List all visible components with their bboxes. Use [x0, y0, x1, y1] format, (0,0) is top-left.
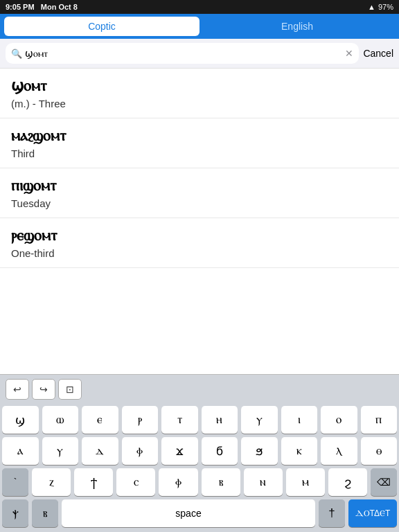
results-list: ϣⲟⲙⲧ (m.) - Three ⲙⲁϩϣⲟⲙⲧ Third ⲡⲓϣⲟⲙⲧ T…	[0, 69, 399, 398]
english-definition: Third	[11, 148, 388, 159]
key-ti[interactable]: ϯ	[74, 468, 113, 496]
key-omega[interactable]: ⲱ	[42, 406, 79, 434]
status-bar: 9:05 PM Mon Oct 8 ▲ 97%	[0, 0, 399, 14]
status-time-date: 9:05 PM Mon Oct 8	[6, 3, 78, 11]
key-pi[interactable]: ⲡ	[361, 406, 398, 434]
coptic-word: ϣⲟⲙⲧ	[11, 77, 388, 95]
key-eta[interactable]: ⲏ	[202, 406, 238, 434]
key-beta[interactable]: ⲃ	[202, 468, 240, 496]
key-djandja[interactable]: ϫ	[161, 437, 198, 465]
english-definition: One-third	[11, 247, 388, 259]
battery-text: 97%	[378, 3, 393, 11]
key-ro[interactable]: ⲣ	[122, 406, 159, 434]
key-psai[interactable]: ⲯ	[2, 499, 28, 527]
status-icons: ▲ 97%	[368, 3, 393, 11]
key-row-3: ` ⲍ ϯ ⲥ ⲫ ⲃ ⲛ ⲙ ϩ ⌫	[2, 468, 397, 496]
key-khai[interactable]: ϧ	[241, 437, 278, 465]
tab-coptic[interactable]: Coptic	[4, 17, 200, 36]
list-item[interactable]: ⲣⲉϣⲟⲙⲧ One-third	[0, 218, 399, 268]
status-time: 9:05 PM	[6, 3, 35, 11]
keyboard-rows: ϣ ⲱ ⲉ ⲣ ⲧ ⲏ ⲩ ⲓ ⲟ ⲡ ⲁ ⲩ ⲇ ⲫ ϫ ϭ ϧ ⲕ ⲗ ⲑ …	[0, 403, 399, 532]
tab-english[interactable]: English	[200, 17, 395, 36]
key-row-4: ⲯ ⲃ space † ⲆⲞΤΔⲈΤ	[2, 499, 397, 527]
search-bar: 🔍 ✕ Cancel	[0, 39, 399, 69]
key-zeta[interactable]: ⲍ	[32, 468, 71, 496]
key-upsilon[interactable]: ⲩ	[241, 406, 278, 434]
search-field-container: 🔍 ✕	[6, 43, 359, 64]
accept-key[interactable]: ⲆⲞΤΔⲈΤ	[348, 499, 397, 527]
wifi-icon: ▲	[368, 3, 375, 11]
key-alpha[interactable]: ⲁ	[2, 437, 39, 465]
key-hori[interactable]: ϩ	[328, 468, 367, 496]
backspace-key[interactable]: ⌫	[371, 468, 397, 496]
key-wau[interactable]: ⲩ	[42, 437, 79, 465]
key-backtick[interactable]: `	[2, 468, 28, 496]
cancel-button[interactable]: Cancel	[363, 48, 393, 59]
search-input[interactable]	[25, 48, 342, 59]
copy-button[interactable]: ⊡	[58, 379, 82, 400]
coptic-word: ⲡⲓϣⲟⲙⲧ	[11, 177, 388, 195]
coptic-word: ⲙⲁϩϣⲟⲙⲧ	[11, 127, 388, 145]
undo-button[interactable]: ↩	[6, 379, 29, 400]
key-tau[interactable]: ⲧ	[161, 406, 198, 434]
space-key[interactable]: space	[62, 499, 315, 527]
key-omicron[interactable]: ⲟ	[321, 406, 357, 434]
status-date: Mon Oct 8	[41, 3, 78, 11]
redo-button[interactable]: ↪	[32, 379, 55, 400]
key-kappa[interactable]: ⲕ	[281, 437, 318, 465]
list-item[interactable]: ⲡⲓϣⲟⲙⲧ Tuesday	[0, 168, 399, 218]
english-definition: (m.) - Three	[11, 98, 388, 109]
key-nu[interactable]: ⲛ	[244, 468, 283, 496]
key-delta[interactable]: ⲇ	[82, 437, 118, 465]
key-theta[interactable]: ⲑ	[361, 437, 398, 465]
clear-search-button[interactable]: ✕	[345, 48, 353, 59]
key-cross[interactable]: †	[319, 499, 345, 527]
english-definition: Tuesday	[11, 197, 388, 209]
key-row-2: ⲁ ⲩ ⲇ ⲫ ϫ ϭ ϧ ⲕ ⲗ ⲑ	[2, 437, 397, 465]
segmented-control: Coptic English	[0, 14, 399, 39]
key-mu[interactable]: ⲙ	[286, 468, 325, 496]
key-fai[interactable]: ⲫ	[122, 437, 159, 465]
key-iota[interactable]: ⲓ	[281, 406, 318, 434]
list-item[interactable]: ⲙⲁϩϣⲟⲙⲧ Third	[0, 118, 399, 168]
key-gangia[interactable]: ϭ	[202, 437, 238, 465]
keyboard-area: ↩ ↪ ⊡ ϣ ⲱ ⲉ ⲣ ⲧ ⲏ ⲩ ⲓ ⲟ ⲡ ⲁ ⲩ ⲇ ⲫ ϫ ϭ ϧ …	[0, 374, 399, 532]
key-beta2[interactable]: ⲃ	[32, 499, 58, 527]
coptic-word: ⲣⲉϣⲟⲙⲧ	[11, 227, 388, 245]
keyboard-toolbar: ↩ ↪ ⊡	[0, 374, 399, 403]
key-lauda[interactable]: ⲗ	[321, 437, 357, 465]
list-item[interactable]: ϣⲟⲙⲧ (m.) - Three	[0, 69, 399, 118]
key-epsilon[interactable]: ⲉ	[82, 406, 118, 434]
key-phi[interactable]: ⲫ	[159, 468, 197, 496]
key-sigma[interactable]: ⲥ	[116, 468, 155, 496]
search-icon: 🔍	[11, 48, 22, 59]
key-row-1: ϣ ⲱ ⲉ ⲣ ⲧ ⲏ ⲩ ⲓ ⲟ ⲡ	[2, 406, 397, 434]
key-shai[interactable]: ϣ	[2, 406, 39, 434]
